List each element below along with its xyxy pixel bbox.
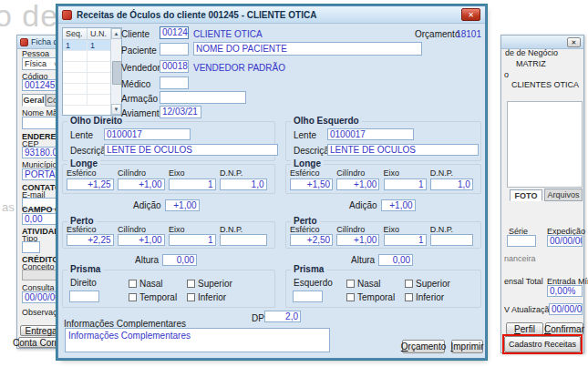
checkbox-inferior[interactable]: Inferior [405, 292, 444, 302]
descricao-field[interactable]: LENTE DE ÓCULOS [327, 144, 479, 156]
perto-cilindro-field[interactable]: +1,00 [118, 234, 165, 246]
municipio-field[interactable]: PORTAO [22, 168, 62, 180]
altura-label: Altura [351, 255, 375, 265]
checkbox-icon [405, 293, 413, 301]
imprimir-button[interactable]: Imprimir [451, 340, 483, 353]
prisma-field[interactable] [293, 291, 323, 302]
perto-dnp-field[interactable] [220, 234, 267, 246]
tab-foto[interactable]: FOTO [510, 189, 542, 201]
checkbox-label: Superior [416, 279, 450, 289]
cilindro-label: Cilíndro [336, 225, 383, 234]
perto-cilindro-field[interactable]: +1,00 [336, 234, 379, 246]
prisma-header: Prisma [291, 265, 326, 274]
prisma-group: Prisma Esquerdo Nasal Temporal Superior … [285, 270, 481, 308]
entrega-button-label: Entrega [25, 326, 57, 336]
lente-field[interactable]: 0100017 [327, 128, 414, 140]
dnp-label: D.N.P. [220, 168, 271, 178]
codigo-field[interactable]: 001245 [22, 79, 60, 91]
checkbox-label: Superior [198, 279, 232, 289]
dnp-label: D.N.P. [430, 168, 477, 178]
perto-eixo-field[interactable]: 1 [384, 234, 427, 246]
checkbox-label: Inferior [198, 292, 226, 302]
matriz-value: MATRIZ [516, 60, 546, 68]
expedicao-field[interactable]: 00/00/00 [547, 235, 583, 247]
adicao-row: Adição +1,00 [133, 199, 200, 211]
checkbox-superior[interactable]: Superior [405, 279, 450, 289]
perto-dnp-field[interactable] [430, 234, 473, 246]
eixo-label: Eixo [169, 168, 220, 178]
prisma-field[interactable] [69, 291, 99, 302]
olho-esquerdo-group: Olho Esquerdo Lente 0100017 Descrição LE… [285, 121, 481, 161]
cadastro-window: ✕ de de Negócio MATRIZ o CLIENTES OTICA … [500, 35, 584, 353]
longe-cilindro-field[interactable]: +1,00 [118, 178, 165, 190]
longe-eixo-field[interactable]: 1 [384, 178, 427, 190]
checkbox-icon [187, 293, 195, 301]
checkbox-nasal[interactable]: Nasal [129, 279, 163, 289]
right-eye-panel: Olho Direito Lente 0100017 Descrição LEN… [62, 6, 275, 358]
clientes-otica-text: CLIENTES OTICA [511, 81, 579, 89]
longe-esferico-field[interactable]: +1,25 [67, 178, 114, 190]
longe-dnp-field[interactable]: 1,0 [220, 178, 267, 190]
nome-mae-field[interactable] [22, 117, 62, 129]
adicao-field[interactable]: +1,00 [165, 199, 200, 211]
confirmar-button-label: Confirmar [544, 324, 584, 334]
longe-esferico-field[interactable]: +1,50 [290, 178, 333, 190]
cilindro-label: Cilíndro [118, 225, 169, 234]
adicao-label: Adição [349, 200, 377, 210]
campo-com-field[interactable]: 0,00 [22, 213, 62, 225]
altura-field[interactable]: 0,00 [378, 254, 413, 266]
receitas-dialog: Receitas de Óculos do cliente 001245 - C… [58, 6, 485, 358]
prisma-side-label: Esquerdo [294, 279, 333, 288]
checkbox-icon [346, 280, 355, 288]
tipo-field[interactable] [22, 241, 40, 253]
chevron-down-icon: ˅ [54, 61, 57, 67]
longe-dnp-field[interactable]: 1,0 [430, 178, 473, 190]
olho-direito-group: Olho Direito Lente 0100017 Descrição LEN… [62, 121, 275, 161]
perto-esferico-field[interactable]: +2,25 [67, 234, 114, 246]
confirmar-button[interactable]: Confirmar [545, 322, 583, 335]
dp-field[interactable]: 2,0 [264, 311, 301, 322]
esferico-label: Esférico [290, 168, 336, 178]
adicao-field[interactable]: +1,00 [381, 199, 416, 211]
pessoa-select[interactable]: Física ˅ [22, 57, 60, 70]
mensal-total-label: ensal Total [504, 278, 543, 286]
perto-esferico-field[interactable]: +2,50 [290, 234, 333, 246]
cep-field[interactable]: 93180.000 [22, 147, 62, 158]
longe-eixo-field[interactable]: 1 [169, 178, 216, 190]
altura-row: Altura 0,00 [351, 254, 413, 266]
checkbox-nasal[interactable]: Nasal [346, 279, 381, 289]
perto-eixo-field[interactable]: 1 [169, 234, 216, 246]
perfil-button[interactable]: Perfil [506, 322, 543, 335]
checkbox-icon [187, 280, 195, 288]
checkbox-temporal[interactable]: Temporal [346, 292, 395, 302]
checkbox-icon [129, 280, 137, 288]
serie-field[interactable] [507, 235, 536, 247]
lente-label: Lente [294, 131, 316, 140]
checkbox-temporal[interactable]: Temporal [129, 292, 177, 302]
esferico-label: Esférico [290, 225, 336, 234]
tab-arquivos[interactable]: Arquivos [544, 189, 583, 201]
longe-cilindro-field[interactable]: +1,00 [336, 178, 379, 190]
checkbox-inferior[interactable]: Inferior [187, 292, 226, 302]
checkbox-label: Nasal [139, 279, 163, 289]
app-icon [20, 38, 28, 46]
checkbox-label: Nasal [357, 279, 381, 289]
entrega-button[interactable]: Entrega [20, 325, 62, 336]
close-icon[interactable]: ✕ [567, 37, 581, 47]
atualizacao-field[interactable]: 00/00/00 [549, 303, 583, 315]
photo-area [507, 101, 583, 188]
consulta-spc-field[interactable]: 00/00/00 [22, 291, 62, 303]
entrada-min-field[interactable]: 0,00% [547, 285, 583, 297]
tab-geral[interactable]: Geral [22, 94, 46, 107]
info-complementares-textarea[interactable]: Informações Complementares [65, 328, 330, 352]
lente-field[interactable]: 0100017 [104, 128, 191, 140]
longe-header: Longe [291, 159, 324, 168]
checkbox-superior[interactable]: Superior [187, 279, 232, 289]
conta-corrente-button[interactable]: Conta Corren [18, 337, 62, 348]
checkbox-icon [129, 293, 137, 301]
imprimir-button-label: Imprimir [450, 342, 483, 352]
orcamento-button[interactable]: Orçamento [402, 340, 445, 353]
adicao-row: Adição +1,00 [349, 199, 416, 211]
altura-field[interactable]: 0,00 [162, 254, 197, 266]
descricao-field[interactable]: LENTE DE ÓCULOS [104, 144, 278, 156]
